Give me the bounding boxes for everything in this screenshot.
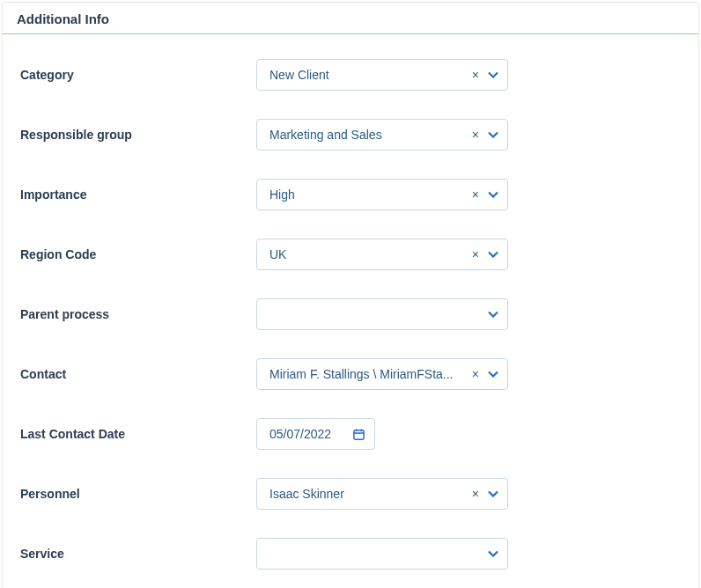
row-region-code: Region Code UK × bbox=[20, 224, 681, 284]
importance-value: High bbox=[269, 187, 465, 202]
clear-icon[interactable]: × bbox=[472, 69, 479, 81]
clear-icon[interactable]: × bbox=[472, 488, 479, 500]
calendar-icon[interactable] bbox=[352, 428, 365, 441]
chevron-down-icon[interactable] bbox=[488, 311, 498, 318]
last-contact-date-input[interactable]: 05/07/2022 bbox=[256, 418, 375, 450]
svg-rect-0 bbox=[354, 430, 364, 438]
dropdown-actions: × bbox=[472, 188, 498, 201]
label-responsible-group: Responsible group bbox=[20, 128, 256, 142]
row-last-contact-date: Last Contact Date 05/07/2022 bbox=[20, 404, 681, 464]
chevron-down-icon[interactable] bbox=[488, 131, 498, 138]
additional-info-panel: Additional Info Category New Client × Re… bbox=[2, 2, 699, 588]
label-personnel: Personnel bbox=[20, 487, 256, 501]
contact-value: Miriam F. Stallings \ MiriamFSta... bbox=[269, 367, 465, 381]
category-value: New Client bbox=[269, 68, 465, 82]
row-responsible-group: Responsible group Marketing and Sales × bbox=[20, 105, 681, 165]
dropdown-actions: × bbox=[472, 368, 498, 380]
personnel-value: Isaac Skinner bbox=[269, 487, 465, 501]
chevron-down-icon[interactable] bbox=[488, 490, 498, 497]
region-code-dropdown[interactable]: UK × bbox=[256, 239, 508, 270]
chevron-down-icon[interactable] bbox=[488, 251, 498, 258]
contact-dropdown[interactable]: Miriam F. Stallings \ MiriamFSta... × bbox=[256, 358, 508, 390]
label-contact: Contact bbox=[20, 367, 256, 381]
row-service: Service bbox=[20, 524, 681, 584]
dropdown-actions: × bbox=[472, 248, 498, 261]
row-parent-process: Parent process bbox=[20, 284, 681, 344]
clear-icon[interactable]: × bbox=[472, 188, 479, 201]
panel-title: Additional Info bbox=[3, 3, 698, 34]
chevron-down-icon[interactable] bbox=[488, 371, 498, 378]
panel-body: Category New Client × Responsible group … bbox=[3, 34, 698, 588]
dropdown-actions: × bbox=[472, 69, 498, 81]
dropdown-actions bbox=[488, 550, 498, 557]
label-last-contact-date: Last Contact Date bbox=[20, 427, 256, 441]
chevron-down-icon[interactable] bbox=[488, 191, 498, 198]
row-importance: Importance High × bbox=[20, 165, 681, 224]
label-region-code: Region Code bbox=[20, 247, 256, 261]
label-category: Category bbox=[20, 68, 256, 82]
clear-icon[interactable]: × bbox=[472, 368, 479, 380]
row-personnel: Personnel Isaac Skinner × bbox=[20, 464, 681, 524]
chevron-down-icon[interactable] bbox=[488, 71, 498, 78]
responsible-group-value: Marketing and Sales bbox=[269, 128, 465, 142]
dropdown-actions: × bbox=[472, 488, 498, 500]
last-contact-date-value: 05/07/2022 bbox=[269, 427, 352, 441]
row-contact: Contact Miriam F. Stallings \ MiriamFSta… bbox=[20, 344, 681, 404]
importance-dropdown[interactable]: High × bbox=[256, 179, 508, 210]
clear-icon[interactable]: × bbox=[472, 248, 479, 261]
service-dropdown[interactable] bbox=[256, 538, 508, 570]
clear-icon[interactable]: × bbox=[472, 129, 479, 141]
label-parent-process: Parent process bbox=[20, 307, 256, 321]
parent-process-dropdown[interactable] bbox=[256, 298, 508, 330]
personnel-dropdown[interactable]: Isaac Skinner × bbox=[256, 478, 508, 510]
label-importance: Importance bbox=[20, 187, 256, 202]
dropdown-actions bbox=[488, 311, 498, 318]
responsible-group-dropdown[interactable]: Marketing and Sales × bbox=[256, 119, 508, 151]
category-dropdown[interactable]: New Client × bbox=[256, 59, 508, 91]
row-category: Category New Client × bbox=[20, 45, 681, 105]
chevron-down-icon[interactable] bbox=[488, 550, 498, 557]
label-service: Service bbox=[20, 547, 256, 561]
dropdown-actions: × bbox=[472, 129, 498, 141]
region-code-value: UK bbox=[269, 247, 465, 261]
